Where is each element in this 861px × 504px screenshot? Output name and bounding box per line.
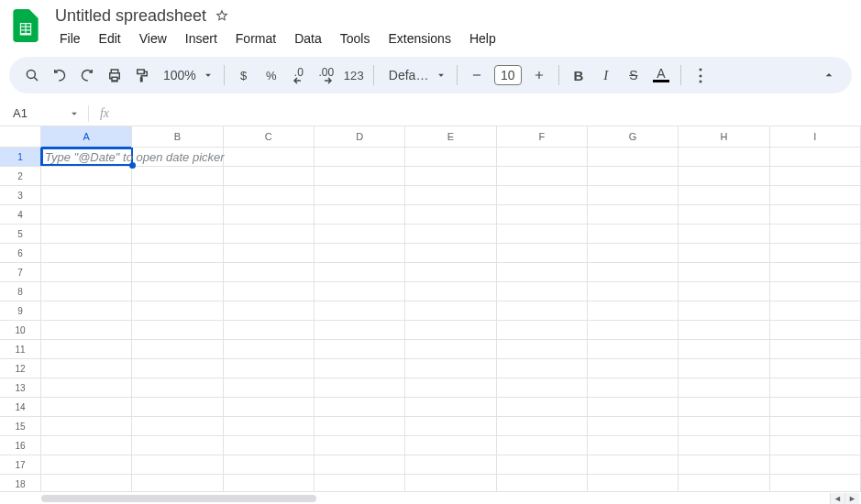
cell[interactable] bbox=[132, 436, 223, 455]
cell[interactable] bbox=[770, 167, 861, 186]
cell[interactable] bbox=[132, 455, 223, 475]
cell[interactable] bbox=[224, 340, 315, 359]
doc-title[interactable]: Untitled spreadsheet bbox=[51, 6, 210, 26]
cell[interactable] bbox=[679, 378, 769, 398]
cell[interactable] bbox=[41, 340, 132, 359]
cell[interactable] bbox=[770, 436, 861, 455]
cell[interactable] bbox=[132, 205, 223, 225]
print-icon[interactable] bbox=[101, 61, 128, 89]
cell[interactable] bbox=[770, 359, 861, 378]
cell[interactable] bbox=[315, 282, 405, 301]
font-size-input[interactable]: 10 bbox=[494, 65, 522, 85]
cell[interactable] bbox=[679, 244, 769, 263]
cell[interactable] bbox=[315, 167, 405, 186]
cell[interactable] bbox=[405, 340, 496, 359]
currency-button[interactable]: $ bbox=[230, 61, 258, 89]
cell[interactable] bbox=[315, 244, 405, 263]
cell[interactable] bbox=[405, 398, 496, 417]
cell[interactable] bbox=[497, 148, 588, 167]
row-header[interactable]: 6 bbox=[0, 244, 40, 263]
cell[interactable] bbox=[679, 359, 769, 378]
cell[interactable] bbox=[405, 455, 496, 475]
cell[interactable] bbox=[315, 205, 405, 225]
cell[interactable] bbox=[41, 321, 132, 340]
row-header[interactable]: 8 bbox=[0, 282, 40, 301]
cell[interactable] bbox=[315, 455, 405, 475]
cell[interactable] bbox=[497, 186, 588, 205]
cell[interactable] bbox=[679, 436, 769, 455]
cell[interactable] bbox=[497, 455, 588, 475]
cell[interactable] bbox=[132, 398, 223, 417]
cell[interactable] bbox=[497, 244, 588, 263]
cell[interactable] bbox=[679, 340, 769, 359]
cell[interactable] bbox=[770, 282, 861, 301]
row-header[interactable]: 9 bbox=[0, 301, 40, 321]
cell[interactable] bbox=[224, 455, 315, 475]
cell[interactable] bbox=[679, 455, 769, 475]
cell[interactable] bbox=[588, 378, 679, 398]
cell[interactable] bbox=[315, 263, 405, 282]
cell[interactable] bbox=[770, 244, 861, 263]
column-header[interactable]: I bbox=[770, 126, 861, 147]
font-select[interactable]: Defaul... bbox=[380, 68, 451, 82]
cell[interactable] bbox=[405, 167, 496, 186]
cell[interactable] bbox=[770, 205, 861, 225]
cell[interactable] bbox=[315, 321, 405, 340]
cell[interactable] bbox=[679, 167, 769, 186]
cell[interactable] bbox=[405, 321, 496, 340]
column-header[interactable]: F bbox=[497, 126, 588, 147]
cell[interactable] bbox=[679, 148, 769, 167]
cell[interactable] bbox=[588, 417, 679, 436]
column-header[interactable]: B bbox=[132, 126, 223, 147]
cell[interactable] bbox=[770, 263, 861, 282]
column-header[interactable]: C bbox=[224, 126, 315, 147]
row-header[interactable]: 1 bbox=[0, 148, 40, 167]
undo-icon[interactable] bbox=[46, 61, 73, 89]
cell[interactable] bbox=[588, 263, 679, 282]
text-color-button[interactable]: A bbox=[647, 61, 675, 89]
row-header[interactable]: 4 bbox=[0, 205, 40, 225]
row-header[interactable]: 13 bbox=[0, 378, 40, 398]
cell[interactable] bbox=[224, 436, 315, 455]
cell[interactable] bbox=[132, 225, 223, 244]
cell[interactable] bbox=[497, 359, 588, 378]
cell[interactable] bbox=[315, 225, 405, 244]
cell[interactable] bbox=[315, 359, 405, 378]
cell[interactable] bbox=[132, 378, 223, 398]
cell[interactable] bbox=[588, 359, 679, 378]
cell[interactable] bbox=[41, 417, 132, 436]
cell[interactable] bbox=[679, 321, 769, 340]
cell[interactable] bbox=[588, 398, 679, 417]
horizontal-scrollbar[interactable] bbox=[41, 495, 316, 502]
column-header[interactable]: H bbox=[679, 126, 769, 147]
cell[interactable] bbox=[224, 359, 315, 378]
cell[interactable] bbox=[224, 398, 315, 417]
cell[interactable] bbox=[588, 167, 679, 186]
cell[interactable] bbox=[132, 186, 223, 205]
cell[interactable] bbox=[224, 321, 315, 340]
menu-data[interactable]: Data bbox=[286, 27, 330, 49]
cell[interactable] bbox=[588, 436, 679, 455]
cell[interactable] bbox=[770, 340, 861, 359]
cell[interactable] bbox=[497, 340, 588, 359]
cell[interactable] bbox=[770, 186, 861, 205]
cell[interactable] bbox=[588, 148, 679, 167]
row-header[interactable]: 17 bbox=[0, 455, 40, 475]
row-header[interactable]: 5 bbox=[0, 225, 40, 244]
row-header[interactable]: 14 bbox=[0, 398, 40, 417]
row-header[interactable]: 3 bbox=[0, 186, 40, 205]
zoom-select[interactable]: 100% bbox=[156, 68, 218, 82]
cell[interactable] bbox=[770, 378, 861, 398]
cell[interactable] bbox=[41, 436, 132, 455]
cell[interactable] bbox=[497, 436, 588, 455]
cell[interactable] bbox=[41, 186, 132, 205]
cell[interactable] bbox=[224, 148, 315, 167]
cell[interactable] bbox=[132, 417, 223, 436]
menu-insert[interactable]: Insert bbox=[177, 27, 226, 49]
row-header[interactable]: 16 bbox=[0, 436, 40, 455]
column-header[interactable]: E bbox=[405, 126, 496, 147]
cell[interactable] bbox=[405, 378, 496, 398]
cell[interactable] bbox=[588, 301, 679, 321]
menu-extensions[interactable]: Extensions bbox=[380, 27, 458, 49]
cell[interactable] bbox=[497, 417, 588, 436]
